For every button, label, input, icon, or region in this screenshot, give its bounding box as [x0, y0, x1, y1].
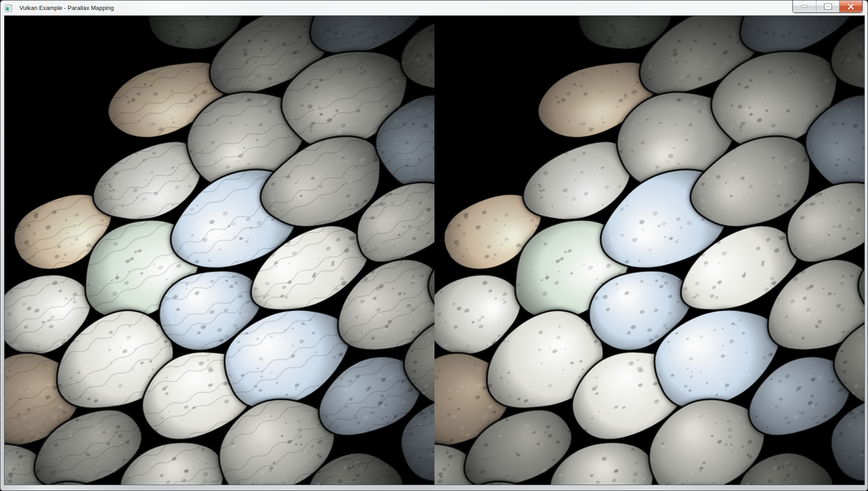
minimize-icon — [801, 5, 808, 8]
close-button[interactable] — [840, 0, 862, 12]
maximize-icon — [824, 3, 832, 10]
caption-buttons — [793, 0, 863, 13]
app-window: Vulkan Example - Parallax Mapping — [0, 0, 868, 491]
viewport-right[interactable] — [434, 16, 864, 485]
minimize-button[interactable] — [793, 0, 816, 12]
maximize-button[interactable] — [816, 0, 840, 12]
viewport-left[interactable] — [5, 16, 434, 485]
app-icon — [5, 5, 12, 12]
render-area — [5, 16, 864, 485]
vulkan-example-icon — [5, 5, 12, 12]
titlebar[interactable]: Vulkan Example - Parallax Mapping — [0, 0, 868, 15]
close-icon — [847, 4, 854, 10]
window-title: Vulkan Example - Parallax Mapping — [19, 5, 114, 11]
